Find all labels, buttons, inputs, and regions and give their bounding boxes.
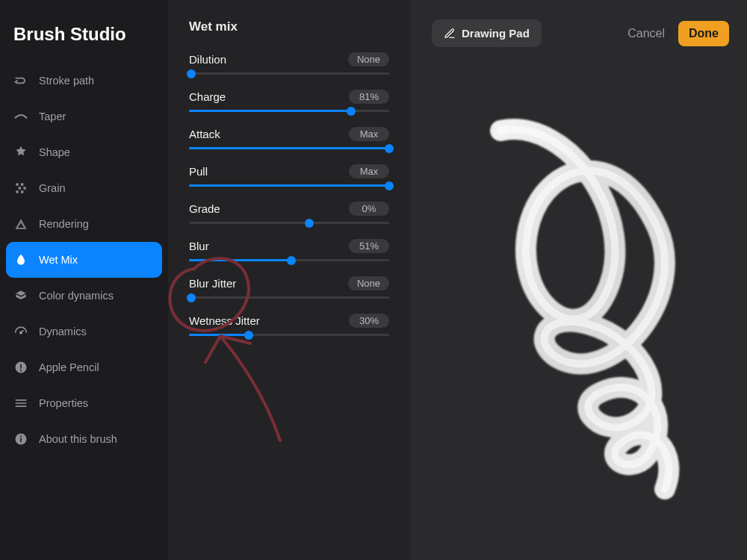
slider-track[interactable] [189,334,389,336]
slider-track[interactable] [189,184,389,187]
slider-blur: Blur 51% [189,239,389,261]
slider-fill [189,110,351,112]
sidebar: Brush Studio Stroke path Taper Shape Gra… [0,0,168,560]
sidebar-item-label: About this brush [39,433,117,445]
svg-point-9 [20,370,22,371]
sidebar-item-label: Grain [39,182,65,194]
slider-value: 81% [349,90,389,104]
slider-charge: Charge 81% [189,90,389,112]
sidebar-item-shape[interactable]: Shape [0,134,168,170]
slider-track[interactable] [189,259,389,261]
svg-rect-2 [19,187,21,189]
settings-panel: Wet mix Dilution None Charge 81% Attack … [168,0,411,560]
brush-preview-canvas[interactable] [418,67,740,553]
rendering-icon [13,217,28,231]
slider-dilution: Dilution None [189,52,389,75]
slider-track[interactable] [189,72,389,75]
sidebar-item-grain[interactable]: Grain [0,170,168,206]
svg-rect-4 [16,190,18,193]
slider-value: Max [349,127,389,141]
slider-track[interactable] [189,222,389,224]
slider-thumb[interactable] [347,107,356,116]
canvas-pane: Drawing Pad Cancel Done [411,0,747,560]
svg-rect-1 [21,183,23,185]
app-title: Brush Studio [0,15,168,63]
slider-attack: Attack Max [189,127,389,149]
sidebar-item-taper[interactable]: Taper [0,99,168,134]
slider-track[interactable] [189,147,389,149]
sidebar-item-label: Wet Mix [39,254,78,266]
slider-label: Blur Jitter [189,277,236,290]
slider-fill [189,334,249,336]
slider-label: Blur [189,240,209,252]
svg-point-15 [20,435,22,437]
slider-label: Dilution [189,53,226,66]
slider-track[interactable] [189,110,389,112]
slider-blur-jitter: Blur Jitter None [189,276,389,299]
svg-rect-5 [21,190,23,193]
sidebar-item-label: Color dynamics [39,290,114,302]
taper-icon [13,109,28,124]
slider-thumb[interactable] [385,181,394,190]
slider-label: Attack [189,128,220,140]
wet-mix-icon [13,252,28,267]
slider-thumb[interactable] [187,293,196,302]
sidebar-item-stroke-path[interactable]: Stroke path [0,63,168,99]
sidebar-item-label: Properties [39,397,88,409]
sidebar-item-label: Stroke path [39,75,94,87]
slider-label: Charge [189,90,226,103]
sidebar-item-label: Shape [39,146,70,158]
sidebar-item-wet-mix[interactable]: Wet Mix [6,242,162,278]
drawing-pad-button[interactable]: Drawing Pad [432,19,542,47]
slider-wetness-jitter: Wetness Jitter 30% [189,314,389,336]
sidebar-item-properties[interactable]: Properties [0,385,168,421]
slider-value: Max [349,164,389,178]
sidebar-item-label: Taper [39,111,66,122]
about-icon [13,432,28,447]
slider-fill [189,259,291,261]
color-dynamics-icon [13,288,28,303]
slider-value: 30% [349,314,389,328]
slider-pull: Pull Max [189,164,389,187]
slider-fill [189,147,389,149]
topbar-right: Cancel Done [627,21,729,46]
nav-list: Stroke path Taper Shape Grain Rendering [0,63,168,457]
slider-value: 51% [349,239,389,253]
properties-icon [13,396,28,411]
slider-label: Pull [189,165,208,178]
sidebar-item-dynamics[interactable]: Dynamics [0,314,168,349]
slider-fill [189,184,389,187]
sidebar-item-rendering[interactable]: Rendering [0,206,168,242]
slider-value: None [348,52,389,66]
apple-pencil-icon [13,360,28,375]
grain-icon [13,181,28,196]
dynamics-icon [13,324,28,339]
slider-track[interactable] [189,296,389,299]
slider-thumb[interactable] [244,331,253,340]
canvas-topbar: Drawing Pad Cancel Done [411,0,747,47]
svg-rect-14 [20,438,22,442]
drawing-pad-label: Drawing Pad [462,27,530,40]
shape-icon [13,145,28,160]
svg-rect-8 [20,364,22,369]
done-button[interactable]: Done [678,21,729,46]
edit-icon [444,28,456,40]
svg-rect-3 [23,187,25,189]
sidebar-item-apple-pencil[interactable]: Apple Pencil [0,349,168,385]
sidebar-item-label: Apple Pencil [39,361,99,373]
slider-thumb[interactable] [385,144,394,153]
sidebar-item-about[interactable]: About this brush [0,421,168,457]
slider-thumb[interactable] [187,69,196,78]
slider-label: Wetness Jitter [189,314,260,327]
slider-value: 0% [349,202,389,216]
sidebar-item-label: Dynamics [39,326,87,337]
slider-thumb[interactable] [287,256,296,265]
slider-thumb[interactable] [305,219,314,228]
stroke-path-icon [13,73,28,88]
svg-rect-0 [16,183,18,185]
sidebar-item-color-dynamics[interactable]: Color dynamics [0,278,168,314]
cancel-button[interactable]: Cancel [627,27,665,40]
slider-label: Grade [189,202,220,215]
settings-title: Wet mix [189,19,389,34]
slider-value: None [348,276,389,290]
